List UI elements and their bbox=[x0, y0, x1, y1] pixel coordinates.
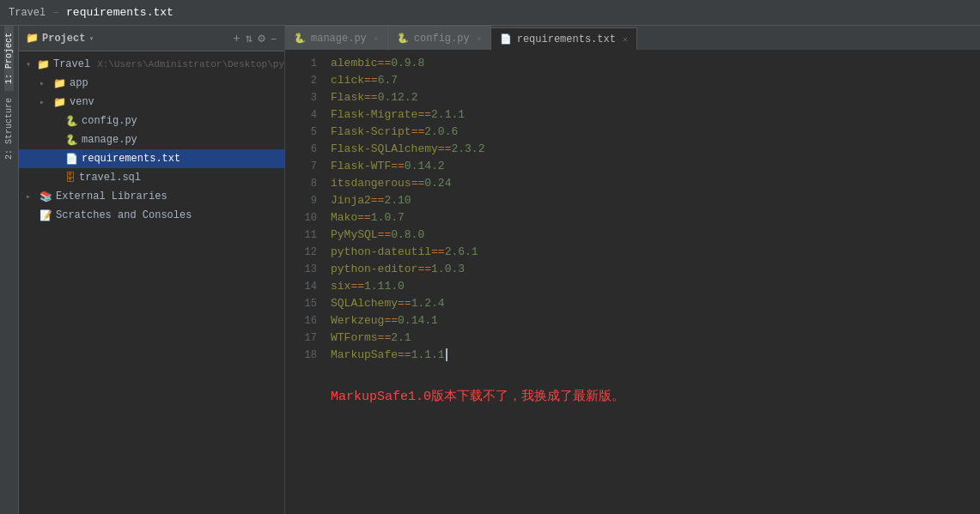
file-sql-icon: 🗄 bbox=[65, 172, 76, 184]
tab-config-close[interactable]: ✕ bbox=[477, 33, 482, 44]
sync-icon[interactable]: ⇅ bbox=[246, 31, 253, 45]
folder-venv-icon: 📁 bbox=[53, 96, 66, 109]
tree-item-config-py[interactable]: 🐍 config.py bbox=[19, 112, 284, 130]
file-requirements-icon: 📄 bbox=[65, 153, 78, 166]
tree-label-sql: travel.sql bbox=[79, 172, 141, 184]
tab-manage-close[interactable]: ✕ bbox=[374, 33, 379, 44]
code-line-14: six==1.11.0 bbox=[331, 278, 980, 295]
tree-label-venv: venv bbox=[70, 96, 94, 108]
line-numbers: 12345 678910 1112131415 161718 bbox=[285, 51, 324, 514]
tab-config-icon: 🐍 bbox=[397, 33, 409, 44]
code-line-4: Flask-Migrate==2.1.1 bbox=[331, 106, 980, 124]
tab-config-label: config.py bbox=[414, 33, 470, 45]
code-line-11: PyMySQL==0.8.0 bbox=[331, 227, 980, 244]
tab-requirements-txt[interactable]: 📄 requirements.txt ✕ bbox=[491, 27, 637, 51]
sidebar-structure-label[interactable]: 2: Structure bbox=[4, 91, 14, 166]
code-line-9: Jinja2==2.10 bbox=[331, 192, 980, 209]
code-line-12: python-dateutil==2.6.1 bbox=[331, 244, 980, 261]
code-line-15: SQLAlchemy==1.2.4 bbox=[331, 295, 980, 312]
arrow-travel: ▾ bbox=[26, 59, 33, 70]
sidebar-project-label[interactable]: 1: Project bbox=[4, 26, 14, 91]
panel-title[interactable]: 📁 Project ▾ bbox=[26, 32, 228, 45]
scratch-icon: 📝 bbox=[40, 209, 52, 222]
title-bar: Travel – requirements.txt bbox=[0, 0, 980, 26]
code-line-1: alembic==0.9.8 bbox=[331, 55, 980, 72]
folder-app-icon: 📁 bbox=[53, 77, 66, 90]
editor-area: 🐍 manage.py ✕ 🐍 config.py ✕ 📄 requiremen… bbox=[285, 26, 980, 514]
tree-label-scratches: Scratches and Consoles bbox=[56, 209, 192, 221]
arrow-app: ▸ bbox=[40, 78, 50, 88]
code-line-5: Flask-Script==2.0.6 bbox=[331, 124, 980, 141]
tab-requirements-label: requirements.txt bbox=[517, 33, 616, 45]
tree-item-scratches[interactable]: 📝 Scratches and Consoles bbox=[19, 206, 284, 225]
tab-bar: 🐍 manage.py ✕ 🐍 config.py ✕ 📄 requiremen… bbox=[285, 26, 980, 51]
file-tree: ▾ 📁 Travel X:\Users\Administrator\Deskto… bbox=[19, 51, 284, 514]
tree-label-manage: manage.py bbox=[82, 134, 137, 146]
code-line-13: python-editor==1.0.3 bbox=[331, 261, 980, 278]
project-panel: 📁 Project ▾ + ⇅ ⚙ – ▾ 📁 Travel X:\Users\… bbox=[19, 26, 285, 514]
tree-item-app[interactable]: ▸ 📁 app bbox=[19, 74, 284, 93]
tree-item-venv[interactable]: ▸ 📁 venv bbox=[19, 93, 284, 112]
left-strip: 1: Project 2: Structure bbox=[0, 26, 19, 514]
tree-label-config: config.py bbox=[82, 115, 137, 127]
code-line-6: Flask-SQLAlchemy==2.3.2 bbox=[331, 141, 980, 158]
tree-item-travel-sql[interactable]: 🗄 travel.sql bbox=[19, 168, 284, 187]
tab-requirements-close[interactable]: ✕ bbox=[623, 34, 628, 45]
title-filename: requirements.txt bbox=[66, 6, 173, 19]
code-line-8: itsdangerous==0.24 bbox=[331, 175, 980, 192]
panel-icons: + ⇅ ⚙ – bbox=[233, 31, 277, 45]
code-line-3: Flask==0.12.2 bbox=[331, 89, 980, 106]
main-layout: 1: Project 2: Structure 📁 Project ▾ + ⇅ … bbox=[0, 26, 980, 514]
tree-path-travel: X:\Users\Administrator\Desktop\py bbox=[97, 59, 284, 70]
code-line-18: MarkupSafe==1.1.1 bbox=[331, 347, 980, 364]
tree-item-manage-py[interactable]: 🐍 manage.py bbox=[19, 130, 284, 149]
tree-label-requirements: requirements.txt bbox=[82, 153, 180, 165]
tree-label-travel: Travel bbox=[53, 58, 90, 70]
project-panel-header: 📁 Project ▾ + ⇅ ⚙ – bbox=[19, 26, 284, 51]
arrow-venv: ▸ bbox=[40, 97, 50, 107]
editor-comment: MarkupSafe1.0版本下载不了，我换成了最新版。 bbox=[331, 381, 980, 411]
settings-icon[interactable]: ⚙ bbox=[258, 31, 265, 45]
code-area[interactable]: alembic==0.9.8 click==6.7 Flask==0.12.2 … bbox=[324, 51, 980, 514]
tab-manage-icon: 🐍 bbox=[294, 33, 306, 44]
panel-title-label: Project bbox=[42, 33, 85, 45]
tab-manage-label: manage.py bbox=[311, 33, 367, 45]
minimize-icon[interactable]: – bbox=[271, 32, 277, 45]
panel-dropdown-icon[interactable]: ▾ bbox=[88, 33, 94, 44]
file-config-icon: 🐍 bbox=[65, 115, 78, 128]
add-icon[interactable]: + bbox=[233, 32, 240, 45]
folder-icon: 📁 bbox=[26, 32, 39, 45]
tree-item-travel-root[interactable]: ▾ 📁 Travel X:\Users\Administrator\Deskto… bbox=[19, 55, 284, 74]
tree-item-requirements-txt[interactable]: 📄 requirements.txt bbox=[19, 149, 284, 168]
code-line-17: WTForms==2.1 bbox=[331, 330, 980, 347]
tree-label-external: External Libraries bbox=[56, 190, 167, 203]
title-project: Travel bbox=[9, 7, 46, 19]
arrow-external: ▸ bbox=[26, 191, 36, 202]
code-line-16: Werkzeug==0.14.1 bbox=[331, 312, 980, 330]
code-line-7: Flask-WTF==0.14.2 bbox=[331, 158, 980, 175]
code-line-2: click==6.7 bbox=[331, 72, 980, 89]
ext-lib-icon: 📚 bbox=[40, 190, 52, 203]
editor-content[interactable]: 12345 678910 1112131415 161718 alembic==… bbox=[285, 51, 980, 514]
tab-manage-py[interactable]: 🐍 manage.py ✕ bbox=[285, 26, 388, 50]
tree-item-external-libs[interactable]: ▸ 📚 External Libraries bbox=[19, 187, 284, 206]
tree-label-app: app bbox=[70, 77, 88, 89]
tab-requirements-icon: 📄 bbox=[500, 33, 512, 45]
file-manage-icon: 🐍 bbox=[65, 134, 78, 147]
code-line-10: Mako==1.0.7 bbox=[331, 209, 980, 227]
tab-config-py[interactable]: 🐍 config.py ✕ bbox=[388, 26, 491, 50]
folder-travel-icon: 📁 bbox=[37, 58, 50, 71]
